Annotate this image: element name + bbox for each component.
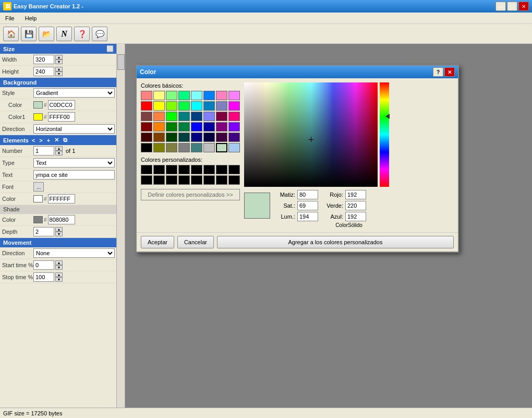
custom-color-cell[interactable] <box>216 175 227 185</box>
bg-color1-input[interactable] <box>48 112 75 122</box>
color-cell[interactable] <box>203 91 215 100</box>
scrollbar[interactable] <box>116 44 125 408</box>
color-cell[interactable] <box>153 101 165 111</box>
lum-input[interactable] <box>297 212 318 221</box>
toolbar-edit[interactable]: N <box>56 27 72 41</box>
color-cell[interactable] <box>166 143 177 152</box>
start-up[interactable]: ▲ <box>55 260 63 265</box>
start-down[interactable]: ▼ <box>55 265 63 270</box>
color-cell[interactable] <box>228 122 240 132</box>
color-cell[interactable] <box>153 112 165 121</box>
color-cell[interactable] <box>191 133 202 142</box>
color-cell[interactable] <box>141 133 152 142</box>
color-cell[interactable] <box>191 101 202 111</box>
width-up[interactable]: ▲ <box>55 55 63 59</box>
color-cell[interactable] <box>203 101 215 111</box>
color-cell[interactable] <box>191 112 202 121</box>
toolbar-open[interactable]: 💾 <box>21 27 37 41</box>
color-cell[interactable] <box>178 122 190 132</box>
hue-slider[interactable] <box>380 82 389 187</box>
matiz-input[interactable] <box>297 190 318 199</box>
custom-color-cell[interactable] <box>153 175 165 185</box>
color-cell[interactable] <box>191 122 202 132</box>
custom-color-cell[interactable] <box>191 165 202 174</box>
color-cell[interactable] <box>166 133 177 142</box>
toolbar-info[interactable]: 💬 <box>92 27 107 41</box>
custom-color-cell[interactable] <box>203 165 215 174</box>
color-cell[interactable] <box>216 133 227 142</box>
color-cell[interactable] <box>153 143 165 152</box>
color-cell[interactable] <box>216 122 227 132</box>
stop-down[interactable]: ▼ <box>55 277 63 282</box>
define-custom-colors-button[interactable]: Definir colores personalizados >> <box>141 189 240 200</box>
menu-help[interactable]: Help <box>22 14 40 22</box>
bg-color-swatch[interactable] <box>33 101 43 109</box>
dialog-help-button[interactable]: ? <box>433 67 443 77</box>
color-cell[interactable] <box>178 91 190 100</box>
height-up[interactable]: ▲ <box>55 67 63 71</box>
toolbar-help[interactable]: ❓ <box>74 27 90 41</box>
sat-input[interactable] <box>297 201 318 210</box>
add-custom-color-button[interactable]: Agregar a los colores personalizados <box>217 236 454 248</box>
color-cell[interactable] <box>141 122 152 132</box>
color-cell[interactable] <box>166 122 177 132</box>
color-cell[interactable] <box>228 112 240 121</box>
color-cell[interactable] <box>228 133 240 142</box>
elem-color-input[interactable] <box>48 194 75 204</box>
rojo-input[interactable] <box>345 190 366 199</box>
menu-file[interactable]: File <box>2 14 18 22</box>
number-down[interactable]: ▼ <box>55 151 63 156</box>
custom-color-cell[interactable] <box>141 175 152 185</box>
custom-color-cell[interactable] <box>228 175 240 185</box>
height-down[interactable]: ▼ <box>55 71 63 76</box>
stop-time-input[interactable] <box>33 272 54 282</box>
elem-next[interactable]: > <box>38 137 43 144</box>
move-dir-select[interactable]: None Left Right Up Down <box>33 248 115 258</box>
maximize-button[interactable]: □ <box>507 2 517 11</box>
color-cell[interactable] <box>203 133 215 142</box>
color-cell[interactable] <box>141 112 152 121</box>
custom-color-cell[interactable] <box>178 175 190 185</box>
color-cell[interactable] <box>178 133 190 142</box>
elem-add[interactable]: + <box>46 137 51 144</box>
color-cell[interactable] <box>166 91 177 100</box>
close-button[interactable]: ✕ <box>518 2 529 11</box>
color-cell[interactable] <box>203 122 215 132</box>
bg-color1-swatch[interactable] <box>33 113 43 121</box>
color-cell[interactable] <box>141 91 152 100</box>
toolbar-new[interactable]: 🏠 <box>3 27 19 41</box>
custom-color-cell[interactable] <box>191 175 202 185</box>
width-down[interactable]: ▼ <box>55 59 63 64</box>
color-cell[interactable] <box>228 143 240 152</box>
style-select[interactable]: Gradient None Solid <box>33 88 115 98</box>
direction-select[interactable]: Horizontal Vertical <box>33 124 115 134</box>
width-input[interactable] <box>33 55 54 64</box>
color-cell[interactable] <box>216 112 227 121</box>
cancel-button[interactable]: Cancelar <box>177 236 214 248</box>
color-cell[interactable] <box>178 101 190 111</box>
color-spectrum[interactable] <box>244 82 378 187</box>
elem-copy[interactable]: ⧉ <box>62 137 68 144</box>
custom-color-cell[interactable] <box>178 165 190 174</box>
color-cell[interactable] <box>191 91 202 100</box>
verde-input[interactable] <box>345 201 366 210</box>
color-cell-selected[interactable] <box>216 143 227 152</box>
depth-down[interactable]: ▼ <box>55 232 63 236</box>
custom-color-cell[interactable] <box>166 175 177 185</box>
custom-color-cell[interactable] <box>228 165 240 174</box>
minimize-button[interactable]: — <box>495 2 506 11</box>
shade-color-input[interactable] <box>48 215 75 224</box>
custom-color-cell[interactable] <box>141 165 152 174</box>
number-input[interactable] <box>33 146 54 156</box>
color-cell[interactable] <box>141 143 152 152</box>
depth-input[interactable] <box>33 227 54 236</box>
toolbar-save[interactable]: 📂 <box>39 27 54 41</box>
custom-color-cell[interactable] <box>166 165 177 174</box>
elem-color-swatch[interactable] <box>33 195 43 202</box>
azul-input[interactable] <box>345 212 366 221</box>
custom-color-cell[interactable] <box>153 165 165 174</box>
depth-up[interactable]: ▲ <box>55 227 63 232</box>
custom-color-cell[interactable] <box>203 175 215 185</box>
accept-button[interactable]: Aceptar <box>141 236 174 248</box>
shade-color-swatch[interactable] <box>33 216 43 223</box>
